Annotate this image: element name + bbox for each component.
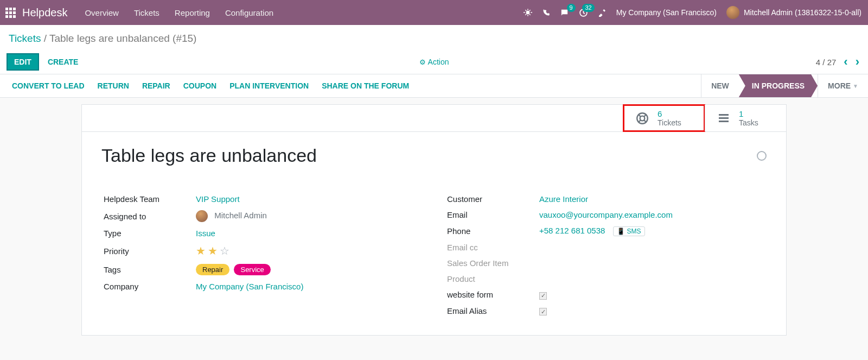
nav-configuration[interactable]: Configuration [225, 8, 273, 17]
app-brand[interactable]: Helpdesk [22, 7, 67, 19]
label-assigned: Assigned to [101, 207, 194, 225]
status-new[interactable]: NEW [701, 74, 739, 97]
chevron-down-icon: ▼ [853, 83, 858, 89]
svg-rect-5 [719, 117, 729, 119]
svg-rect-4 [719, 114, 729, 116]
label-type: Type [101, 225, 194, 241]
label-product: Product [445, 271, 537, 287]
edit-button[interactable]: EDIT [7, 53, 39, 71]
user-menu[interactable]: Mitchell Admin (13816322-15-0-all) [726, 6, 861, 19]
label-company: Company [101, 279, 194, 294]
toolbar-coupon[interactable]: COUPON [183, 81, 216, 90]
lifebuoy-icon [635, 111, 650, 126]
star-2-icon[interactable]: ★ [208, 244, 218, 257]
label-priority: Priority [101, 241, 194, 261]
pager-text[interactable]: 4 / 27 [816, 58, 837, 67]
label-email: Email [445, 207, 537, 223]
pager-prev-icon[interactable]: ‹ [844, 55, 847, 69]
bug-icon[interactable] [524, 8, 532, 17]
value-customer[interactable]: Azure Interior [539, 194, 588, 204]
tag-service[interactable]: Service [234, 264, 270, 275]
svg-rect-6 [719, 121, 729, 122]
activities-badge: 32 [582, 4, 594, 12]
messages-badge: 9 [567, 4, 576, 12]
breadcrumb-current: Table legs are unbalanced (#15) [49, 33, 196, 44]
label-soitem: Sales Order Item [445, 255, 537, 271]
breadcrumb: Tickets / Table legs are unbalanced (#15… [0, 25, 868, 50]
value-phone[interactable]: +58 212 681 0538 [539, 226, 605, 235]
value-email[interactable]: vauxoo@yourcompany.example.com [539, 210, 673, 219]
value-assigned[interactable]: Mitchell Admin [214, 211, 267, 220]
label-emailcc: Email cc [445, 239, 537, 255]
nav-overview[interactable]: Overview [85, 8, 119, 17]
priority-stars[interactable]: ★ ★ ☆ [196, 244, 229, 257]
sms-button[interactable]: 📱 SMS [613, 226, 645, 236]
toolbar-convert-to-lead[interactable]: CONVERT TO LEAD [12, 81, 85, 90]
breadcrumb-root[interactable]: Tickets [9, 33, 41, 44]
stat-tasks-count: 1 [739, 109, 758, 118]
messages-icon[interactable]: 9 [560, 8, 569, 17]
label-phone: Phone [445, 223, 537, 239]
nav-reporting[interactable]: Reporting [175, 8, 210, 17]
label-alias: Email Alias [445, 303, 537, 319]
value-company[interactable]: My Company (San Francisco) [196, 282, 303, 291]
toolbar-share-forum[interactable]: SHARE ON THE FORUM [322, 81, 409, 90]
checkbox-alias[interactable]: ✓ [539, 308, 547, 315]
activities-icon[interactable]: 32 [579, 8, 588, 17]
stat-tickets-label: Tickets [658, 118, 681, 127]
tag-repair[interactable]: Repair [196, 264, 229, 275]
phone-icon[interactable] [542, 9, 550, 17]
kanban-state-toggle[interactable] [757, 151, 767, 161]
stat-tasks-label: Tasks [739, 118, 758, 127]
avatar-icon [726, 6, 739, 19]
apps-icon[interactable] [5, 8, 16, 18]
star-1-icon[interactable]: ★ [196, 244, 206, 257]
value-type[interactable]: Issue [196, 229, 215, 238]
status-in-progress[interactable]: IN PROGRESS [739, 74, 818, 97]
stat-tasks-button[interactable]: 1 Tasks [705, 105, 786, 131]
user-name: Mitchell Admin (13816322-15-0-all) [744, 8, 861, 17]
toolbar-return[interactable]: RETURN [98, 81, 129, 90]
company-switcher[interactable]: My Company (San Francisco) [616, 8, 717, 17]
assignee-avatar-icon [196, 210, 208, 222]
value-team[interactable]: VIP Support [196, 194, 240, 204]
toolbar-repair[interactable]: REPAIR [142, 81, 170, 90]
status-more[interactable]: MORE▼ [818, 74, 868, 97]
phone-sms-icon: 📱 [617, 228, 625, 235]
label-team: Helpdesk Team [101, 191, 194, 207]
svg-point-3 [640, 116, 645, 121]
gear-icon: ⚙ [419, 58, 426, 66]
stat-tickets-count: 6 [658, 109, 681, 118]
svg-point-0 [526, 11, 529, 15]
label-customer: Customer [445, 191, 537, 207]
form-card: 6 Tickets 1 Tasks Table legs are unbalan… [81, 104, 787, 336]
record-title: Table legs are unbalanced [101, 145, 317, 166]
toolbar-plan-intervention[interactable]: PLAN INTERVENTION [229, 81, 309, 90]
pager-next-icon[interactable]: › [856, 55, 859, 69]
top-navbar: Helpdesk Overview Tickets Reporting Conf… [0, 0, 868, 25]
label-tags: Tags [101, 261, 194, 279]
tools-icon[interactable] [598, 8, 607, 17]
label-webform: website form [445, 287, 537, 303]
nav-tickets[interactable]: Tickets [134, 8, 159, 17]
star-3-icon[interactable]: ☆ [220, 244, 229, 257]
tasks-icon [716, 111, 731, 126]
action-dropdown[interactable]: ⚙Action [419, 58, 449, 66]
checkbox-webform[interactable]: ✓ [539, 292, 547, 300]
stat-tickets-button[interactable]: 6 Tickets [623, 105, 705, 131]
create-button[interactable]: CREATE [48, 58, 79, 66]
